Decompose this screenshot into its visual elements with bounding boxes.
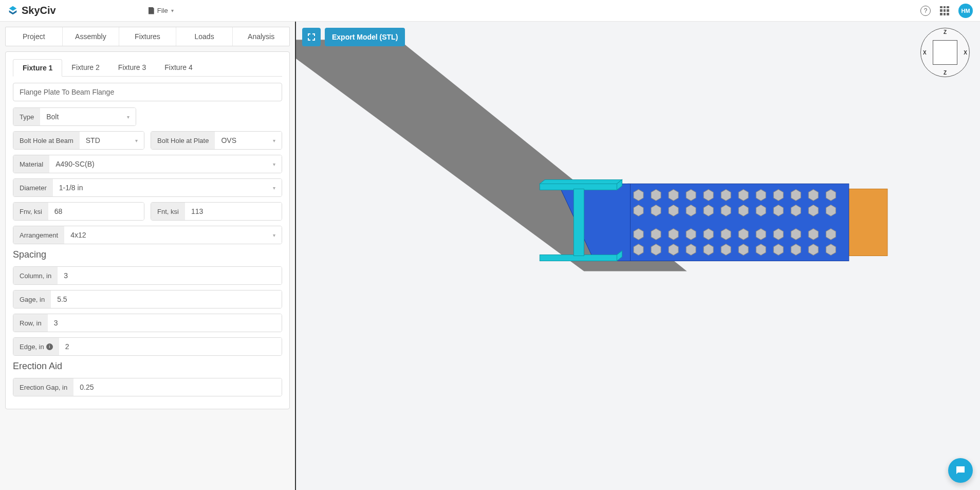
svg-marker-46 bbox=[634, 244, 643, 255]
model-svg bbox=[296, 22, 980, 490]
fixture-tab-4[interactable]: Fixture 4 bbox=[155, 59, 201, 76]
topbar-right: ? HM bbox=[920, 4, 973, 18]
main-layout: Project Assembly Fixtures Loads Analysis… bbox=[0, 22, 980, 490]
expand-button[interactable] bbox=[302, 28, 321, 46]
svg-marker-35 bbox=[651, 228, 661, 240]
fixture-name-input[interactable] bbox=[13, 83, 282, 101]
chevron-down-icon: ▾ bbox=[273, 161, 275, 167]
svg-marker-20 bbox=[808, 189, 818, 201]
svg-marker-29 bbox=[756, 205, 766, 216]
svg-marker-34 bbox=[634, 228, 643, 240]
tab-project[interactable]: Project bbox=[6, 27, 63, 46]
viewport-3d[interactable]: Export Model (STL) Z Z X X bbox=[296, 22, 980, 490]
apps-icon[interactable] bbox=[940, 6, 949, 15]
svg-marker-31 bbox=[791, 205, 801, 216]
brand-text: SkyCiv bbox=[22, 5, 56, 16]
fnv-input[interactable] bbox=[48, 203, 144, 220]
svg-marker-24 bbox=[669, 205, 678, 216]
chat-button[interactable] bbox=[948, 458, 973, 483]
gizmo-axis-z-bottom: Z bbox=[944, 70, 947, 76]
gage-input[interactable] bbox=[51, 291, 282, 308]
file-menu[interactable]: File ▾ bbox=[149, 7, 174, 14]
svg-marker-27 bbox=[721, 205, 731, 216]
diameter-select[interactable]: 1-1/8 in▾ bbox=[53, 179, 282, 196]
column-input[interactable] bbox=[58, 267, 282, 284]
svg-marker-55 bbox=[791, 244, 801, 255]
svg-marker-21 bbox=[826, 189, 836, 201]
svg-marker-47 bbox=[651, 244, 661, 255]
fnt-input[interactable] bbox=[185, 203, 282, 220]
type-label: Type bbox=[13, 108, 40, 125]
fixture-tab-3[interactable]: Fixture 3 bbox=[109, 59, 155, 76]
viewer-toolbar: Export Model (STL) bbox=[302, 28, 405, 46]
svg-marker-7 bbox=[540, 179, 622, 184]
arrangement-select[interactable]: 4x12▾ bbox=[64, 226, 282, 244]
diameter-label: Diameter bbox=[13, 179, 53, 196]
material-select[interactable]: A490-SC(B)▾ bbox=[49, 155, 282, 173]
fixture-tabs: Fixture 1 Fixture 2 Fixture 3 Fixture 4 bbox=[13, 59, 282, 77]
avatar[interactable]: HM bbox=[958, 4, 973, 18]
svg-marker-32 bbox=[808, 205, 818, 216]
expand-icon bbox=[307, 33, 316, 41]
erection-gap-label: Erection Gap, in bbox=[13, 378, 73, 396]
svg-marker-17 bbox=[756, 189, 766, 201]
type-select[interactable]: Bolt▾ bbox=[40, 108, 136, 125]
chevron-down-icon: ▾ bbox=[127, 114, 130, 120]
svg-rect-6 bbox=[574, 189, 584, 256]
bolt-hole-beam-select[interactable]: STD▾ bbox=[80, 132, 144, 149]
main-tabs: Project Assembly Fixtures Loads Analysis bbox=[5, 27, 290, 46]
fixture-panel: Fixture 1 Fixture 2 Fixture 3 Fixture 4 … bbox=[5, 51, 290, 409]
export-model-button[interactable]: Export Model (STL) bbox=[325, 28, 405, 46]
svg-marker-51 bbox=[721, 244, 731, 255]
svg-marker-53 bbox=[756, 244, 766, 255]
tab-fixtures[interactable]: Fixtures bbox=[119, 27, 176, 46]
help-icon[interactable]: ? bbox=[920, 6, 931, 16]
svg-marker-50 bbox=[704, 244, 713, 255]
gizmo-axis-x-left: X bbox=[923, 50, 927, 56]
svg-marker-54 bbox=[773, 244, 783, 255]
edge-label: Edge, in i bbox=[13, 338, 59, 355]
spacing-heading: Spacing bbox=[13, 249, 282, 260]
row-input[interactable] bbox=[48, 314, 282, 332]
svg-marker-22 bbox=[634, 205, 643, 216]
document-icon bbox=[149, 7, 154, 14]
material-label: Material bbox=[13, 155, 49, 173]
tab-assembly[interactable]: Assembly bbox=[63, 27, 120, 46]
sidebar: Project Assembly Fixtures Loads Analysis… bbox=[0, 22, 296, 490]
svg-marker-39 bbox=[721, 228, 731, 240]
arrangement-label: Arrangement bbox=[13, 226, 64, 244]
tab-loads[interactable]: Loads bbox=[176, 27, 233, 46]
bolt-hole-plate-select[interactable]: OVS▾ bbox=[215, 132, 282, 149]
bolt-hole-beam-label: Bolt Hole at Beam bbox=[13, 132, 80, 149]
svg-marker-43 bbox=[791, 228, 801, 240]
gizmo-cube[interactable] bbox=[933, 40, 957, 65]
bolt-hole-plate-label: Bolt Hole at Plate bbox=[151, 132, 215, 149]
svg-marker-18 bbox=[773, 189, 783, 201]
svg-marker-57 bbox=[826, 244, 836, 255]
erection-gap-input[interactable] bbox=[73, 378, 282, 396]
svg-marker-42 bbox=[773, 228, 783, 240]
svg-marker-48 bbox=[669, 244, 678, 255]
edge-input[interactable] bbox=[59, 338, 282, 355]
fixture-tab-2[interactable]: Fixture 2 bbox=[62, 59, 108, 76]
fixture-tab-1[interactable]: Fixture 1 bbox=[13, 59, 62, 77]
row-label: Row, in bbox=[13, 314, 48, 332]
erection-heading: Erection Aid bbox=[13, 361, 282, 372]
tab-analysis[interactable]: Analysis bbox=[233, 27, 289, 46]
svg-marker-49 bbox=[686, 244, 696, 255]
brand: SkyCiv bbox=[7, 5, 56, 16]
svg-marker-40 bbox=[738, 228, 748, 240]
svg-marker-11 bbox=[651, 189, 661, 201]
brand-icon bbox=[7, 5, 19, 16]
chevron-down-icon: ▾ bbox=[135, 138, 138, 143]
svg-marker-37 bbox=[686, 228, 696, 240]
top-bar: SkyCiv File ▾ ? HM bbox=[0, 0, 980, 22]
svg-marker-10 bbox=[634, 189, 643, 201]
svg-marker-12 bbox=[669, 189, 678, 201]
svg-marker-56 bbox=[808, 244, 818, 255]
chevron-down-icon: ▾ bbox=[273, 185, 275, 191]
svg-marker-38 bbox=[704, 228, 713, 240]
svg-marker-28 bbox=[738, 205, 748, 216]
orientation-gizmo[interactable]: Z Z X X bbox=[920, 28, 970, 77]
info-icon[interactable]: i bbox=[46, 343, 53, 350]
